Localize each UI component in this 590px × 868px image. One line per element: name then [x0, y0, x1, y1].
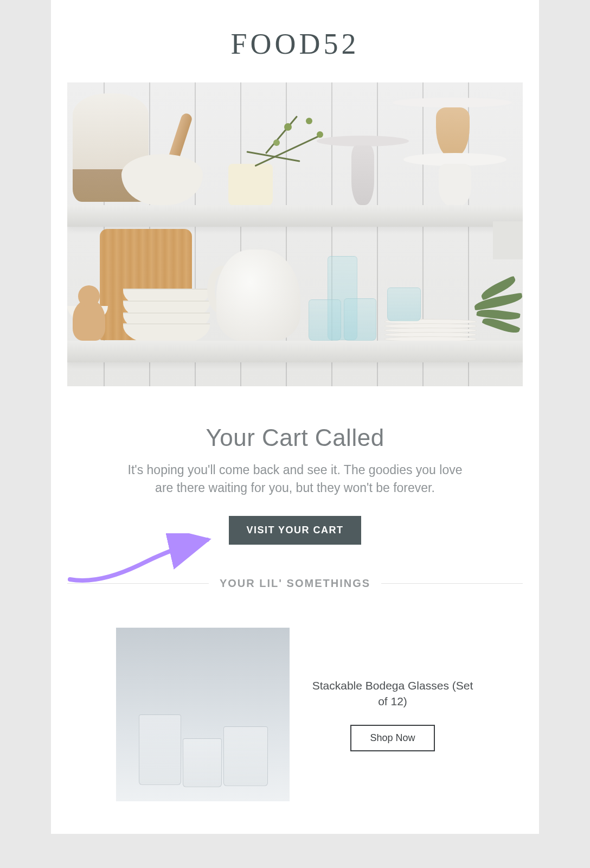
body-copy: It's hoping you'll come back and see it.…	[121, 461, 469, 497]
visit-cart-button[interactable]: VISIT YOUR CART	[229, 516, 361, 545]
section-divider: YOUR LIL' SOMETHINGS	[67, 577, 523, 590]
hero-image	[67, 82, 523, 386]
email-body: FOOD52	[51, 0, 539, 834]
product-name: Stackable Bodega Glasses (Set of 12)	[311, 678, 474, 710]
product-image[interactable]	[116, 628, 290, 801]
cta-container: VISIT YOUR CART	[67, 516, 523, 545]
divider-line	[67, 583, 209, 584]
product-info: Stackable Bodega Glasses (Set of 12) Sho…	[311, 678, 474, 751]
section-label: YOUR LIL' SOMETHINGS	[220, 577, 370, 590]
shop-now-button[interactable]: Shop Now	[350, 725, 434, 751]
brand-logo[interactable]: FOOD52	[67, 27, 523, 61]
divider-line	[381, 583, 523, 584]
logo-container: FOOD52	[67, 22, 523, 82]
headline: Your Cart Called	[67, 424, 523, 451]
product-card: Stackable Bodega Glasses (Set of 12) Sho…	[67, 628, 523, 801]
